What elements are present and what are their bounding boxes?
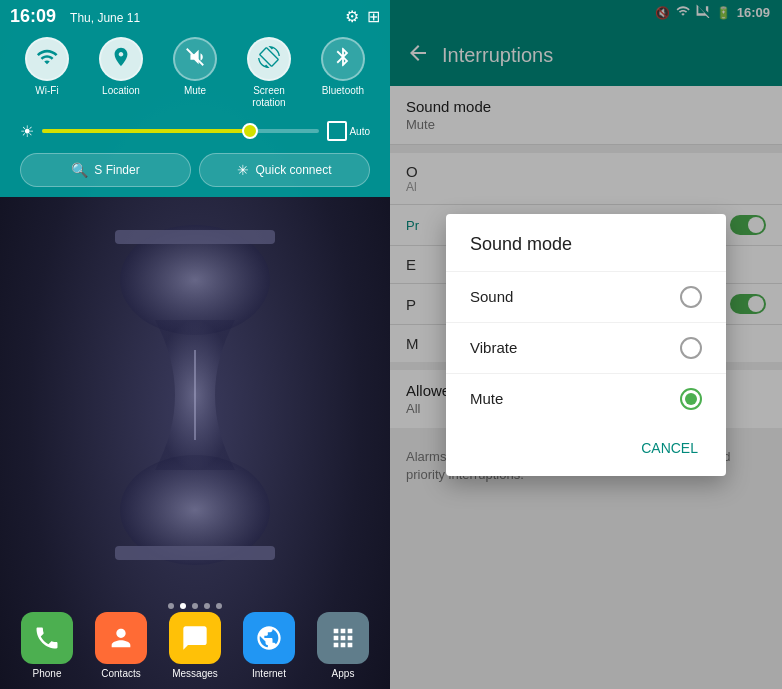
location-icon <box>110 46 132 73</box>
phone-label: Phone <box>33 668 62 679</box>
internet-icon-box <box>243 612 295 664</box>
dialog-title: Sound mode <box>446 234 726 271</box>
toggle-mute[interactable]: Mute <box>173 37 217 109</box>
home-page-dots <box>168 603 222 609</box>
apps-icon-box <box>317 612 369 664</box>
brightness-fill <box>42 129 250 133</box>
sound-mode-dialog: Sound mode Sound Vibrate Mute CANCEL <box>446 214 726 476</box>
dot-1 <box>168 603 174 609</box>
quick-connect-button[interactable]: ✳ Quick connect <box>199 153 370 187</box>
toggle-circle-location <box>99 37 143 81</box>
messages-icon-box <box>169 612 221 664</box>
dialog-overlay: Sound mode Sound Vibrate Mute CANCEL <box>390 0 782 689</box>
grid-icon[interactable]: ⊞ <box>367 7 380 26</box>
mute-radio <box>680 388 702 410</box>
mute-option-label: Mute <box>470 390 503 407</box>
s-finder-label: S Finder <box>94 163 139 177</box>
toggle-circle-bluetooth <box>321 37 365 81</box>
dock-apps[interactable]: Apps <box>317 612 369 679</box>
toggle-circle-mute <box>173 37 217 81</box>
sound-radio <box>680 286 702 308</box>
mute-radio-fill <box>685 393 697 405</box>
notification-bar: 16:09 Thu, June 11 ⚙ ⊞ Wi-Fi <box>0 0 390 197</box>
toggle-location[interactable]: Location <box>99 37 143 109</box>
mute-icon <box>184 46 206 73</box>
dock-internet[interactable]: Internet <box>243 612 295 679</box>
brightness-slider[interactable] <box>42 129 319 133</box>
s-finder-button[interactable]: 🔍 S Finder <box>20 153 191 187</box>
left-panel: 16:09 Thu, June 11 ⚙ ⊞ Wi-Fi <box>0 0 390 689</box>
screen-rotation-label: Screen rotation <box>252 85 285 109</box>
wifi-label: Wi-Fi <box>35 85 58 97</box>
bottom-dock: Phone Contacts Messages <box>0 612 390 679</box>
toggle-circle-rotation <box>247 37 291 81</box>
dot-2 <box>180 603 186 609</box>
vibrate-radio <box>680 337 702 359</box>
dot-4 <box>204 603 210 609</box>
bluetooth-icon <box>332 46 354 73</box>
status-time: 16:09 <box>10 6 56 27</box>
quick-toggles-row: Wi-Fi Location <box>10 33 380 117</box>
wifi-icon <box>36 46 58 73</box>
apps-label: Apps <box>332 668 355 679</box>
dialog-cancel-button[interactable]: CANCEL <box>629 432 710 464</box>
settings-icon[interactable]: ⚙ <box>345 7 359 26</box>
auto-brightness[interactable]: Auto <box>327 121 370 141</box>
toggle-screen-rotation[interactable]: Screen rotation <box>247 37 291 109</box>
wallpaper-hourglass <box>95 220 295 570</box>
mute-label: Mute <box>184 85 206 97</box>
dock-phone[interactable]: Phone <box>21 612 73 679</box>
status-date: Thu, June 11 <box>70 11 140 25</box>
vibrate-option-label: Vibrate <box>470 339 517 356</box>
auto-label-text: Auto <box>349 126 370 137</box>
brightness-low-icon: ☀ <box>20 122 34 141</box>
status-icons-right: ⚙ ⊞ <box>345 7 380 26</box>
right-panel: 🔇 🔋 16:09 Interruptions Sound mode Mute <box>390 0 782 689</box>
brightness-row: ☀ Auto <box>10 117 380 149</box>
toggle-wifi[interactable]: Wi-Fi <box>25 37 69 109</box>
phone-icon-box <box>21 612 73 664</box>
contacts-label: Contacts <box>101 668 140 679</box>
dot-3 <box>192 603 198 609</box>
dock-messages[interactable]: Messages <box>169 612 221 679</box>
auto-checkbox <box>327 121 347 141</box>
messages-label: Messages <box>172 668 218 679</box>
internet-label: Internet <box>252 668 286 679</box>
finder-row: 🔍 S Finder ✳ Quick connect <box>10 149 380 197</box>
dock-contacts[interactable]: Contacts <box>95 612 147 679</box>
contacts-icon-box <box>95 612 147 664</box>
dialog-option-vibrate[interactable]: Vibrate <box>446 322 726 373</box>
dialog-option-sound[interactable]: Sound <box>446 271 726 322</box>
bluetooth-label: Bluetooth <box>322 85 364 97</box>
rotation-icon <box>258 46 280 73</box>
dot-5 <box>216 603 222 609</box>
svg-rect-2 <box>115 230 275 244</box>
toggle-circle-wifi <box>25 37 69 81</box>
toggle-bluetooth[interactable]: Bluetooth <box>321 37 365 109</box>
dialog-option-mute[interactable]: Mute <box>446 373 726 424</box>
dialog-actions: CANCEL <box>446 424 726 476</box>
brightness-thumb <box>242 123 258 139</box>
location-label: Location <box>102 85 140 97</box>
sound-option-label: Sound <box>470 288 513 305</box>
s-finder-icon: 🔍 <box>71 162 88 178</box>
quick-connect-icon: ✳ <box>237 162 249 178</box>
svg-rect-3 <box>115 546 275 560</box>
quick-connect-label: Quick connect <box>255 163 331 177</box>
